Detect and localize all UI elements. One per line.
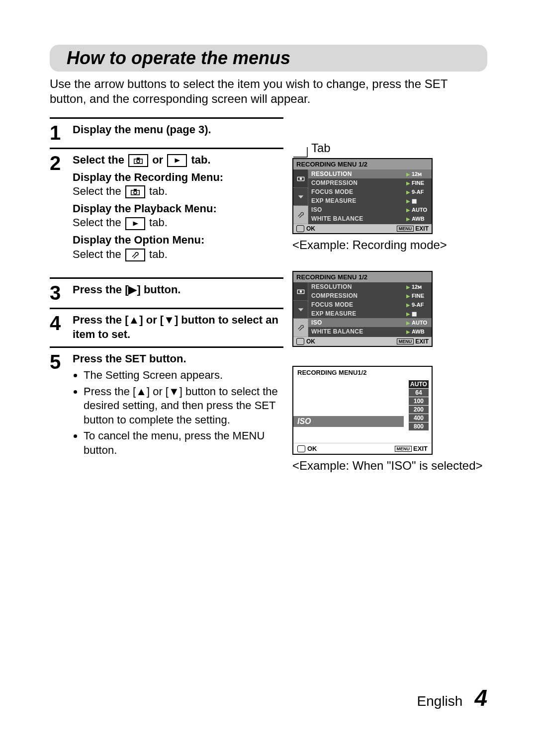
lcd-row-value: 12ᴍ: [412, 284, 432, 290]
lcd-iso-value: 200: [409, 406, 429, 414]
lcd-row: ISO▶AUTO: [308, 318, 432, 327]
lcd-iso-values: AUTO64100200400800: [409, 380, 429, 430]
lcd-row-value: AWB: [412, 329, 432, 335]
step-bullet: The Setting Screen appears.: [84, 368, 283, 383]
lcd-menu-label: MENU: [397, 338, 414, 344]
lcd-title: RECORDING MENU 1/2: [293, 272, 432, 282]
lcd-row-name: COMPRESSION: [308, 179, 406, 186]
sub-text: Select the tab.: [73, 216, 223, 230]
lcd-row: RESOLUTION▶12ᴍ: [308, 169, 432, 178]
triangle-right-icon: ▶: [406, 302, 410, 308]
lcd-row: RESOLUTION▶12ᴍ: [308, 282, 432, 291]
step-number: 4: [50, 313, 66, 333]
step-number: 3: [50, 283, 66, 303]
lcd-ok: OK: [296, 338, 315, 345]
sub-text: Select the tab.: [73, 184, 223, 199]
lcd-ok: OK: [297, 445, 317, 452]
lcd-row: WHITE BALANCE▶AWB: [308, 327, 432, 336]
step-lead: Display the menu (page 3).: [73, 123, 211, 136]
svg-rect-1: [137, 158, 140, 160]
lcd-row-value: 12ᴍ: [412, 171, 432, 177]
triangle-right-icon: ▶: [406, 329, 410, 335]
lcd-row-value: 9-AF: [412, 189, 432, 195]
step-number: 2: [50, 153, 66, 173]
camera-icon: [125, 185, 145, 198]
play-icon: [125, 217, 145, 230]
triangle-right-icon: ▶: [406, 284, 410, 290]
lcd-row-name: FOCUS MODE: [308, 301, 406, 308]
lcd-row: EXP MEASURE▶▦: [308, 309, 432, 318]
lcd-row-value: 9-AF: [412, 302, 432, 308]
lcd-row-name: WHITE BALANCE: [308, 215, 406, 222]
svg-marker-7: [133, 221, 138, 226]
lcd-row-name: EXP MEASURE: [308, 310, 406, 317]
lcd-iso-value: 64: [409, 389, 429, 397]
step-lead: Press the SET button.: [73, 352, 186, 365]
step-bullet: Press the [▲] or [▼] button to select th…: [84, 385, 283, 427]
lcd-menu-label: MENU: [395, 446, 412, 452]
lcd-recording-menu-2: RECORDING MENU 1/2 RESOLUTION▶12ᴍCOMPRES…: [292, 271, 433, 347]
lcd-list-a: RESOLUTION▶12ᴍCOMPRESSION▶FINEFOCUS MODE…: [308, 169, 432, 224]
steps-column: 1 Display the menu (page 3). 2 Select th…: [50, 117, 283, 473]
example-caption: <Example: Recording mode>: [292, 238, 487, 252]
lcd-iso-value: AUTO: [409, 380, 429, 388]
step-1: 1 Display the menu (page 3).: [50, 119, 283, 148]
lcd-recording-menu-1: RECORDING MENU 1/2 RESOLUTION▶12ᴍCOMPRES…: [292, 158, 433, 234]
lcd-row-value: AWB: [412, 216, 432, 222]
lcd-iso-value: 800: [409, 422, 429, 430]
sub-text: Select the tab.: [73, 248, 223, 262]
triangle-right-icon: ▶: [406, 171, 410, 177]
triangle-right-icon: ▶: [406, 180, 410, 186]
triangle-right-icon: ▶: [406, 216, 410, 222]
lcd-row: COMPRESSION▶FINE: [308, 291, 432, 300]
lcd-row-value: FINE: [412, 180, 432, 186]
lcd-menu-label: MENU: [397, 226, 414, 232]
triangle-right-icon: ▶: [406, 293, 410, 299]
lcd-list-b: RESOLUTION▶12ᴍCOMPRESSION▶FINEFOCUS MODE…: [308, 282, 432, 337]
triangle-right-icon: ▶: [406, 311, 410, 317]
lcd-tab-down-icon: [293, 301, 308, 319]
step-bullet: To cancel the menu, press the MENU butto…: [84, 429, 283, 457]
svg-marker-12: [298, 195, 303, 198]
page-footer: English 4: [417, 684, 487, 711]
lcd-row-name: EXP MEASURE: [308, 197, 406, 204]
lcd-row-value: AUTO: [412, 320, 432, 326]
triangle-right-icon: ▶: [406, 207, 410, 213]
svg-marker-3: [175, 159, 180, 163]
lcd-row-name: WHITE BALANCE: [308, 328, 406, 335]
lcd-row-name: ISO: [308, 319, 406, 326]
illustration-column: Tab RECORDING MENU 1/2 RESOLUTION▶12ᴍCOM…: [292, 117, 487, 473]
lcd-ok: OK: [296, 225, 315, 232]
lcd-iso-value: 400: [409, 414, 429, 422]
sub-heading: Display the Recording Menu:: [73, 170, 223, 185]
lcd-row-value: ▦: [412, 311, 432, 317]
section-title: How to operate the menus: [67, 48, 487, 69]
lcd-row: COMPRESSION▶FINE: [308, 178, 432, 187]
lcd-row: FOCUS MODE▶9-AF: [308, 300, 432, 309]
lcd-row-value: FINE: [412, 293, 432, 299]
lcd-tab-down-icon: [293, 188, 308, 206]
lcd-row-name: RESOLUTION: [308, 283, 406, 290]
lcd-tab-camera-icon: [293, 169, 308, 188]
step-4: 4 Press the [▲] or [▼] button to select …: [50, 309, 283, 346]
lcd-row-value: AUTO: [412, 207, 432, 213]
tab-label: Tab: [311, 141, 331, 155]
tab-callout: Tab: [292, 141, 487, 158]
section-title-bar: How to operate the menus: [50, 45, 487, 72]
step-lead: Press the [▶] button.: [73, 283, 180, 296]
svg-point-2: [137, 160, 140, 163]
lcd-row: EXP MEASURE▶▦: [308, 196, 432, 205]
play-icon: [167, 154, 187, 167]
lcd-exit: EXIT: [415, 338, 429, 345]
svg-rect-5: [134, 189, 137, 191]
lcd-title: RECORDING MENU1/2: [293, 367, 432, 378]
camera-icon: [128, 154, 148, 167]
lcd-tab-wrench-icon: [293, 206, 308, 224]
svg-marker-15: [298, 308, 303, 311]
lcd-tab-camera-icon: [293, 282, 308, 301]
lcd-exit: EXIT: [413, 445, 428, 452]
wrench-icon: [125, 249, 145, 261]
lcd-row: ISO▶AUTO: [308, 205, 432, 214]
lcd-tab-wrench-icon: [293, 319, 308, 337]
step-5: 5 Press the SET button. The Setting Scre…: [50, 348, 283, 464]
